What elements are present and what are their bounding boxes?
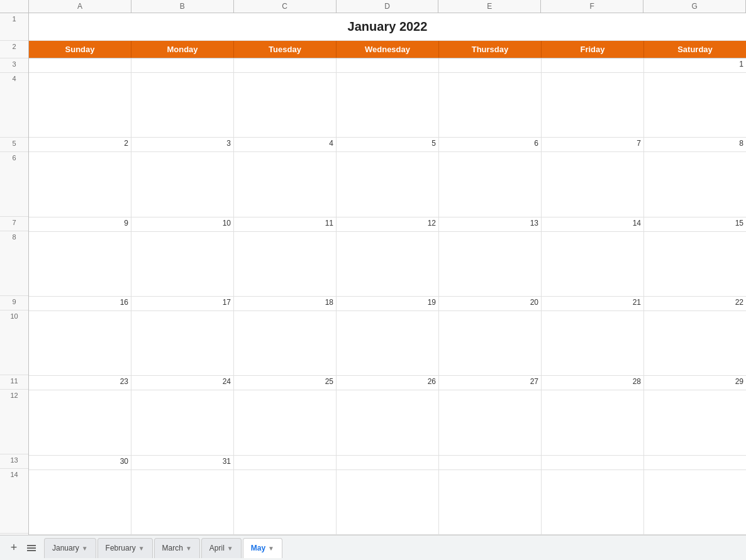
date-cell-w4-d5[interactable]: 20	[439, 297, 542, 310]
content-cell-w2-d6[interactable]	[542, 152, 644, 216]
sheet-tab-january[interactable]: January▼	[44, 538, 96, 558]
tab-dropdown-may[interactable]: ▼	[268, 545, 274, 552]
date-cell-w2-d7[interactable]: 8	[644, 138, 746, 151]
content-cell-w2-d5[interactable]	[439, 152, 542, 216]
content-cell-w6-d4[interactable]	[337, 470, 439, 534]
date-cell-w4-d3[interactable]: 18	[234, 297, 337, 310]
date-cell-w1-d2[interactable]: 0	[131, 58, 234, 72]
date-cell-w3-d6[interactable]: 14	[542, 217, 644, 231]
date-cell-w3-d2[interactable]: 10	[131, 217, 234, 231]
content-cell-w5-d5[interactable]	[439, 390, 542, 454]
date-cell-w5-d2[interactable]: 24	[131, 376, 234, 390]
date-cell-w4-d6[interactable]: 21	[542, 297, 644, 310]
tab-dropdown-february[interactable]: ▼	[138, 545, 145, 552]
content-cell-w3-d7[interactable]	[644, 232, 746, 296]
tab-dropdown-april[interactable]: ▼	[227, 545, 233, 552]
content-cell-w6-d7[interactable]	[644, 470, 746, 534]
content-cell-w4-d6[interactable]	[542, 311, 644, 375]
date-cell-w6-d7[interactable]: 0	[644, 456, 746, 469]
content-cell-w4-d2[interactable]	[131, 311, 234, 375]
content-cell-w1-d4[interactable]	[337, 73, 439, 137]
date-cell-w6-d4[interactable]: 0	[337, 456, 439, 469]
tab-dropdown-january[interactable]: ▼	[82, 545, 88, 552]
content-cell-w1-d5[interactable]	[439, 73, 542, 137]
date-cell-w3-d3[interactable]: 11	[234, 217, 337, 231]
add-sheet-button[interactable]: +	[5, 539, 23, 557]
date-cell-w5-d5[interactable]: 27	[439, 376, 542, 390]
content-cell-w5-d7[interactable]	[644, 390, 746, 454]
date-cell-w2-d5[interactable]: 6	[439, 138, 542, 151]
content-cell-w5-d4[interactable]	[337, 390, 439, 454]
date-cell-w2-d2[interactable]: 3	[131, 138, 234, 151]
content-cell-w3-d2[interactable]	[131, 232, 234, 296]
content-cell-w6-d5[interactable]	[439, 470, 542, 534]
date-cell-w5-d7[interactable]: 29	[644, 376, 746, 390]
date-cell-w5-d1[interactable]: 23	[29, 376, 131, 390]
sheet-tab-may[interactable]: May▼	[243, 538, 282, 558]
content-cell-w6-d2[interactable]	[131, 470, 234, 534]
date-cell-w1-d4[interactable]: 0	[337, 58, 439, 72]
date-cell-w1-d5[interactable]: 0	[439, 58, 542, 72]
tab-dropdown-march[interactable]: ▼	[186, 545, 192, 552]
date-cell-w6-d1[interactable]: 30	[29, 456, 131, 469]
content-cell-w4-d7[interactable]	[644, 311, 746, 375]
date-cell-w2-d4[interactable]: 5	[337, 138, 439, 151]
tab-label-may: May	[251, 544, 265, 552]
content-cell-w3-d1[interactable]	[29, 232, 131, 296]
content-cell-w6-d3[interactable]	[234, 470, 337, 534]
date-cell-w3-d7[interactable]: 15	[644, 217, 746, 231]
content-cell-w1-d2[interactable]	[131, 73, 234, 137]
content-cell-w2-d2[interactable]	[131, 152, 234, 216]
date-cell-w6-d3[interactable]: 0	[234, 456, 337, 469]
date-cell-w4-d4[interactable]: 19	[337, 297, 439, 310]
date-cell-w6-d6[interactable]: 0	[542, 456, 644, 469]
date-cell-w5-d6[interactable]: 28	[542, 376, 644, 390]
content-cell-w5-d3[interactable]	[234, 390, 337, 454]
content-cell-w1-d3[interactable]	[234, 73, 337, 137]
content-cell-w1-d1[interactable]	[29, 73, 131, 137]
col-header-E: E	[438, 0, 541, 13]
sheet-tab-march[interactable]: March▼	[154, 538, 200, 558]
date-cell-w2-d1[interactable]: 2	[29, 138, 131, 151]
date-cell-w2-d6[interactable]: 7	[542, 138, 644, 151]
date-cell-w3-d1[interactable]: 9	[29, 217, 131, 231]
content-cell-w1-d6[interactable]	[542, 73, 644, 137]
row-num-4: 4	[0, 73, 28, 138]
content-cell-w6-d6[interactable]	[542, 470, 644, 534]
content-cell-w2-d7[interactable]	[644, 152, 746, 216]
content-cell-w3-d4[interactable]	[337, 232, 439, 296]
content-cell-w3-d5[interactable]	[439, 232, 542, 296]
content-cell-w4-d4[interactable]	[337, 311, 439, 375]
date-cell-w5-d3[interactable]: 25	[234, 376, 337, 390]
date-cell-w3-d5[interactable]: 13	[439, 217, 542, 231]
content-cell-w1-d7[interactable]	[644, 73, 746, 137]
sheet-tab-february[interactable]: February▼	[97, 538, 153, 558]
content-cell-w3-d3[interactable]	[234, 232, 337, 296]
date-cell-w6-d2[interactable]: 31	[131, 456, 234, 469]
date-cell-w3-d4[interactable]: 12	[337, 217, 439, 231]
date-cell-w4-d2[interactable]: 17	[131, 297, 234, 310]
content-cell-w3-d6[interactable]	[542, 232, 644, 296]
date-cell-w1-d6[interactable]: 0	[542, 58, 644, 72]
date-cell-w1-d1[interactable]: 0	[29, 58, 131, 72]
content-cell-w4-d5[interactable]	[439, 311, 542, 375]
content-cell-w4-d3[interactable]	[234, 311, 337, 375]
date-cell-w2-d3[interactable]: 4	[234, 138, 337, 151]
sheet-tab-april[interactable]: April▼	[201, 538, 242, 558]
content-cell-w5-d1[interactable]	[29, 390, 131, 454]
content-cell-w5-d6[interactable]	[542, 390, 644, 454]
content-cell-w4-d1[interactable]	[29, 311, 131, 375]
date-cell-w4-d1[interactable]: 16	[29, 297, 131, 310]
date-cell-w6-d5[interactable]: 0	[439, 456, 542, 469]
date-cell-w5-d4[interactable]: 26	[337, 376, 439, 390]
date-cell-w1-d7[interactable]: 1	[644, 58, 746, 72]
content-cell-w2-d4[interactable]	[337, 152, 439, 216]
content-cell-w5-d2[interactable]	[131, 390, 234, 454]
date-cell-w1-d3[interactable]: 0	[234, 58, 337, 72]
content-cell-w2-d1[interactable]	[29, 152, 131, 216]
date-cell-w4-d7[interactable]: 22	[644, 297, 746, 310]
content-cell-w2-d3[interactable]	[234, 152, 337, 216]
sheet-menu-button[interactable]	[23, 539, 40, 557]
row-num-9: 9	[0, 296, 28, 310]
content-cell-w6-d1[interactable]	[29, 470, 131, 534]
